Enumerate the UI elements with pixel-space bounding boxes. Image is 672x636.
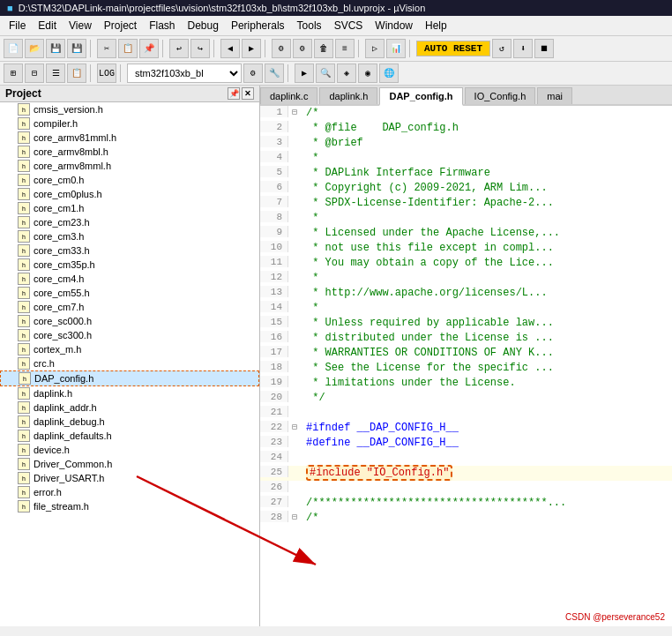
project-pin-btn[interactable]: 📌 [228, 87, 240, 100]
tree-item-core_cm0plus-h[interactable]: hcore_cm0plus.h [0, 187, 259, 201]
tree-item-daplink_debug-h[interactable]: hdaplink_debug.h [0, 415, 259, 429]
tb2-btn10[interactable]: ◉ [358, 64, 377, 83]
trace-btn[interactable]: 📊 [386, 39, 406, 58]
undo-btn[interactable]: ↩ [169, 39, 189, 58]
redo-btn[interactable]: ↪ [190, 39, 210, 58]
file-icon: h [18, 430, 30, 442]
project-close-btn[interactable]: ✕ [242, 87, 254, 100]
tab-DAP_config-h[interactable]: DAP_config.h [379, 87, 462, 106]
line-number: 11 [260, 256, 288, 267]
file-icon: h [18, 202, 30, 214]
fold-button[interactable]: ⊟ [288, 421, 301, 432]
debug-btn[interactable]: ▷ [365, 39, 385, 58]
fold-button[interactable]: ⊟ [288, 106, 301, 117]
tree-item-core_cm23-h[interactable]: hcore_cm23.h [0, 215, 259, 229]
copy-btn[interactable]: 📋 [118, 39, 138, 58]
tree-item-compiler-h[interactable]: hcompiler.h [0, 116, 259, 131]
tb2-btn7[interactable]: ▶ [295, 64, 314, 83]
tree-item-core_armv81mml-h[interactable]: hcore_armv81mml.h [0, 131, 259, 145]
save-btn[interactable]: 💾 [46, 39, 65, 58]
code-content: * [301, 151, 318, 164]
tree-item-error-h[interactable]: herror.h [0, 485, 259, 499]
code-line-15: 15 * Unless required by applicable law..… [260, 316, 672, 331]
save-all-btn[interactable]: 💾 [67, 39, 86, 58]
code-editor[interactable]: 1⊟/*2 * @file DAP_config.h3 * @brief4 *5… [260, 106, 672, 626]
tb2-btn6[interactable]: 🔧 [265, 64, 284, 83]
fold-button [288, 166, 301, 167]
tb2-btn1[interactable]: ⊞ [4, 64, 23, 83]
tb2-btn11[interactable]: 🌐 [379, 64, 399, 83]
tab-mai[interactable]: mai [537, 87, 572, 104]
fold-button [288, 451, 301, 452]
fold-button[interactable]: ⊟ [288, 511, 301, 522]
cut-btn[interactable]: ✂ [97, 39, 116, 58]
tree-item-core_armv8mbl-h[interactable]: hcore_armv8mbl.h [0, 145, 259, 159]
reset-btn[interactable]: ↺ [492, 39, 511, 58]
line-number: 13 [260, 286, 288, 297]
open-btn[interactable]: 📂 [25, 39, 44, 58]
tree-item-core_cm33-h[interactable]: hcore_cm33.h [0, 243, 259, 258]
menu-item-tools[interactable]: Tools [292, 18, 327, 34]
tree-item-core_sc300-h[interactable]: hcore_sc300.h [0, 328, 259, 342]
menu-item-svcs[interactable]: SVCS [329, 18, 369, 34]
tree-item-cortex_m-h[interactable]: hcortex_m.h [0, 342, 259, 356]
tree-item-device-h[interactable]: hdevice.h [0, 443, 259, 457]
tree-item-cmsis_version-h[interactable]: hcmsis_version.h [0, 102, 259, 116]
build-btn[interactable]: ⚙ [272, 39, 291, 58]
download-btn[interactable]: ⬇ [513, 39, 533, 58]
tree-item-daplink_defaults-h[interactable]: hdaplink_defaults.h [0, 429, 259, 443]
settings-btn[interactable]: ⚙ [243, 64, 263, 83]
tree-item-core_cm0-h[interactable]: hcore_cm0.h [0, 173, 259, 187]
menu-item-peripherals[interactable]: Peripherals [226, 18, 290, 34]
tree-item-core_cm55-h[interactable]: hcore_cm55.h [0, 286, 259, 300]
tree-item-Driver_USART-h[interactable]: hDriver_USART.h [0, 471, 259, 485]
menu-item-file[interactable]: File [4, 18, 31, 34]
tree-item-DAP_config-h[interactable]: hDAP_config.h [0, 370, 259, 386]
tree-item-core_cm4-h[interactable]: hcore_cm4.h [0, 272, 259, 286]
tree-item-core_cm3-h[interactable]: hcore_cm3.h [0, 229, 259, 243]
menu-item-debug[interactable]: Debug [183, 18, 224, 34]
nav-back-btn[interactable]: ◀ [220, 39, 240, 58]
tb2-btn5[interactable]: LOG [97, 64, 116, 83]
build-all-btn[interactable]: ⚙ [293, 39, 312, 58]
batch-btn[interactable]: ≡ [335, 39, 355, 58]
menu-item-view[interactable]: View [63, 18, 97, 34]
tree-item-core_sc000-h[interactable]: hcore_sc000.h [0, 314, 259, 328]
menu-item-project[interactable]: Project [99, 18, 142, 34]
target-select[interactable]: stm32f103xb_bl [127, 64, 242, 83]
code-content [301, 451, 306, 452]
auto-reset-btn[interactable]: AUTO RESET [416, 41, 490, 56]
tree-item-Driver_Common-h[interactable]: hDriver_Common.h [0, 457, 259, 471]
file-icon: h [18, 160, 30, 172]
nav-fwd-btn[interactable]: ▶ [242, 39, 261, 58]
tb2-btn8[interactable]: 🔍 [316, 64, 335, 83]
paste-btn[interactable]: 📌 [139, 39, 159, 58]
tb2-btn2[interactable]: ⊟ [25, 64, 44, 83]
tab-daplink-c[interactable]: daplink.c [260, 87, 317, 104]
tree-item-core_armv8mml-h[interactable]: hcore_armv8mml.h [0, 159, 259, 173]
menu-item-window[interactable]: Window [370, 18, 418, 34]
menu-item-edit[interactable]: Edit [33, 18, 62, 34]
tree-item-core_cm1-h[interactable]: hcore_cm1.h [0, 201, 259, 215]
line-number: 3 [260, 136, 288, 147]
tree-item-core_cm35p-h[interactable]: hcore_cm35p.h [0, 258, 259, 272]
tab-daplink-h[interactable]: daplink.h [319, 87, 377, 104]
tb2-btn9[interactable]: ◈ [337, 64, 356, 83]
code-content: * http://www.apache.org/licenses/L... [301, 286, 548, 299]
new-btn[interactable]: 📄 [4, 39, 23, 58]
clean-btn[interactable]: 🗑 [314, 39, 333, 58]
tb2-btn4[interactable]: 📋 [67, 64, 86, 83]
project-tree[interactable]: hcmsis_version.hhcompiler.hhcore_armv81m… [0, 102, 259, 626]
tb2-btn3[interactable]: ☰ [46, 64, 65, 83]
tab-IO_Config-h[interactable]: IO_Config.h [465, 87, 536, 104]
line-number: 1 [260, 106, 288, 117]
tree-item-file_stream-h[interactable]: hfile_stream.h [0, 499, 259, 513]
code-content: * @file DAP_config.h [301, 121, 459, 134]
tree-item-core_cm7-h[interactable]: hcore_cm7.h [0, 300, 259, 314]
tree-item-crc-h[interactable]: hcrc.h [0, 356, 259, 370]
tree-item-daplink_addr-h[interactable]: hdaplink_addr.h [0, 400, 259, 415]
stop-btn[interactable]: ⏹ [534, 39, 554, 58]
menu-item-help[interactable]: Help [420, 18, 452, 34]
tree-item-daplink-h[interactable]: hdaplink.h [0, 386, 259, 400]
menu-item-flash[interactable]: Flash [144, 18, 180, 34]
